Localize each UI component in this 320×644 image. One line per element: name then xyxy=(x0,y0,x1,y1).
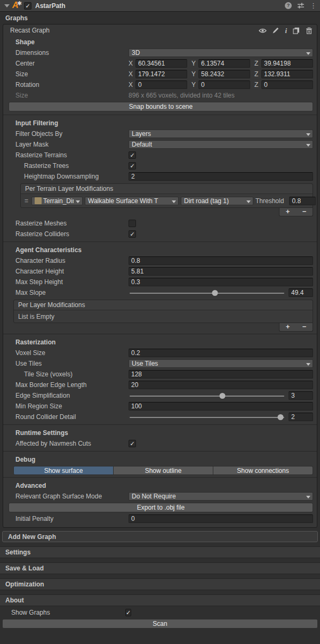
round-collider-detail-field[interactable]: 2 xyxy=(289,413,313,421)
foldout-arrow-icon[interactable] xyxy=(4,4,10,7)
heightmap-downsampling-field[interactable]: 2 xyxy=(129,172,313,181)
drag-handle-icon[interactable]: = xyxy=(23,197,29,205)
show-graphs-label: Show Graphs xyxy=(11,609,125,616)
rasterize-colliders-label: Rasterize Colliders xyxy=(15,230,129,238)
edit-pencil-icon[interactable] xyxy=(273,27,279,34)
use-tiles-dropdown[interactable]: Use Tiles xyxy=(129,359,313,368)
graphs-section-label[interactable]: Graphs xyxy=(0,12,320,24)
navmesh-cuts-checkbox[interactable]: ✓ xyxy=(129,440,136,447)
relevant-graph-surface-mode-dropdown[interactable]: Do Not Require xyxy=(129,492,313,501)
show-outline-button[interactable]: Show outline xyxy=(114,466,213,475)
rasterize-meshes-checkbox[interactable] xyxy=(129,220,136,227)
size-label: Size xyxy=(15,70,129,78)
snap-bounds-button[interactable]: Snap bounds to scene xyxy=(9,102,313,111)
slider-handle[interactable] xyxy=(220,393,226,399)
about-section-header[interactable]: About xyxy=(0,594,320,606)
show-connections-button[interactable]: Show connections xyxy=(213,466,313,475)
surface-mode-dropdown[interactable]: Walkable Surface With T xyxy=(85,197,179,205)
rasterize-terrains-label: Rasterize Terrains xyxy=(15,151,129,159)
max-slope-label: Max Slope xyxy=(15,289,129,296)
filter-objects-by-label: Filter Objects By xyxy=(15,130,129,138)
layer-mask-dropdown[interactable]: Default xyxy=(129,140,313,149)
presets-icon[interactable] xyxy=(297,2,305,9)
edge-simplification-field[interactable]: 3 xyxy=(289,391,313,400)
character-height-label: Character Height xyxy=(15,268,129,275)
scan-button[interactable]: Scan xyxy=(2,619,318,629)
duplicate-icon[interactable] xyxy=(293,27,300,34)
max-border-edge-length-label: Max Border Edge Length xyxy=(15,381,129,389)
round-collider-detail-label: Round Collider Detail xyxy=(15,413,129,421)
rotation-y-field[interactable]: 0 xyxy=(198,80,250,89)
max-step-height-label: Max Step Height xyxy=(15,278,129,286)
list-empty-text: List is Empty xyxy=(14,310,313,323)
center-y-field[interactable]: 6.13574 xyxy=(198,59,250,68)
min-region-size-field[interactable]: 100 xyxy=(129,402,313,410)
use-tiles-label: Use Tiles xyxy=(15,360,129,367)
max-step-height-field[interactable]: 0.3 xyxy=(129,278,313,286)
character-height-field[interactable]: 5.81 xyxy=(129,267,313,276)
size-x-field[interactable]: 179.1472 xyxy=(135,70,187,78)
voxel-size-field[interactable]: 0.2 xyxy=(129,349,313,357)
dimensions-label: Dimensions xyxy=(15,49,129,57)
remove-item-button[interactable]: − xyxy=(296,208,313,216)
component-enabled-checkbox[interactable]: ✓ xyxy=(24,2,31,10)
graph-title[interactable]: Recast Graph xyxy=(10,27,50,34)
more-menu-icon[interactable]: ⋮ xyxy=(310,2,317,9)
dropdown-arrow-icon xyxy=(306,144,310,147)
show-surface-button[interactable]: Show surface xyxy=(13,466,114,475)
per-layer-modifications-list: Per Layer Modifications List is Empty xyxy=(13,300,313,323)
rotation-label: Rotation xyxy=(15,81,129,88)
delete-trash-icon[interactable] xyxy=(306,27,313,34)
show-graphs-checkbox[interactable]: ✓ xyxy=(125,609,131,616)
rotation-x-field[interactable]: 0 xyxy=(135,80,187,89)
add-new-graph-button[interactable]: Add New Graph xyxy=(2,531,318,542)
center-z-field[interactable]: 39.94198 xyxy=(261,59,313,68)
rasterization-heading: Rasterization xyxy=(3,336,317,348)
initial-penalty-label: Initial Penalty xyxy=(15,515,129,522)
min-region-size-label: Min Region Size xyxy=(15,402,129,410)
remove-item-button[interactable]: − xyxy=(296,323,313,331)
optimization-section-header[interactable]: Optimization xyxy=(0,578,320,590)
separator xyxy=(3,334,317,334)
rasterize-terrains-checkbox[interactable]: ✓ xyxy=(129,151,136,159)
round-collider-detail-slider[interactable] xyxy=(129,413,285,421)
component-title: AstarPath xyxy=(35,2,66,10)
per-terrain-list-item[interactable]: = Terrain_Dirt Walkable Surface With T D… xyxy=(21,194,313,207)
slider-handle[interactable] xyxy=(212,290,218,296)
info-icon[interactable]: i xyxy=(285,28,287,34)
heightmap-downsampling-label: Heightmap Downsampling xyxy=(15,173,129,180)
settings-section-header[interactable]: Settings xyxy=(0,546,320,558)
filter-objects-by-dropdown[interactable]: Layers xyxy=(129,130,313,138)
edge-simplification-slider[interactable] xyxy=(129,391,285,400)
max-slope-slider[interactable] xyxy=(129,288,285,297)
tile-size-field[interactable]: 128 xyxy=(129,370,313,379)
help-icon[interactable]: ? xyxy=(285,2,292,9)
size-y-field[interactable]: 58.2432 xyxy=(198,70,250,78)
size-z-field[interactable]: 132.9311 xyxy=(261,70,313,78)
toggle-visibility-eye-icon[interactable] xyxy=(259,28,267,34)
advanced-heading: Advanced xyxy=(3,480,317,491)
surface-mode-label: Relevant Graph Surface Mode xyxy=(15,493,129,500)
tag-dropdown[interactable]: Dirt road (tag 1) xyxy=(181,197,253,205)
dimensions-dropdown[interactable]: 3D xyxy=(129,49,313,57)
slider-handle[interactable] xyxy=(278,414,284,420)
export-obj-button[interactable]: Export to .obj file xyxy=(9,503,313,512)
threshold-field[interactable]: 0.8 xyxy=(289,197,316,205)
rotation-z-field[interactable]: 0 xyxy=(261,80,313,89)
rasterize-colliders-checkbox[interactable]: ✓ xyxy=(129,230,136,238)
add-item-button[interactable]: + xyxy=(279,208,296,216)
save-load-section-header[interactable]: Save & Load xyxy=(0,562,320,574)
add-item-button[interactable]: + xyxy=(279,323,296,331)
terrain-layer-object-dropdown[interactable]: Terrain_Dirt xyxy=(31,197,83,205)
character-radius-field[interactable]: 0.8 xyxy=(129,256,313,265)
layer-mask-label: Layer Mask xyxy=(15,141,129,148)
center-x-field[interactable]: 60.34561 xyxy=(135,59,187,68)
max-slope-field[interactable]: 49.4 xyxy=(289,288,313,297)
max-border-edge-length-field[interactable]: 20 xyxy=(129,381,313,389)
dropdown-arrow-icon xyxy=(172,200,176,203)
rasterize-trees-checkbox[interactable]: ✓ xyxy=(129,162,136,170)
initial-penalty-field[interactable]: 0 xyxy=(129,514,313,523)
dropdown-arrow-icon xyxy=(306,496,310,498)
rasterize-trees-label: Rasterize Trees xyxy=(15,162,129,170)
separator xyxy=(3,451,317,452)
